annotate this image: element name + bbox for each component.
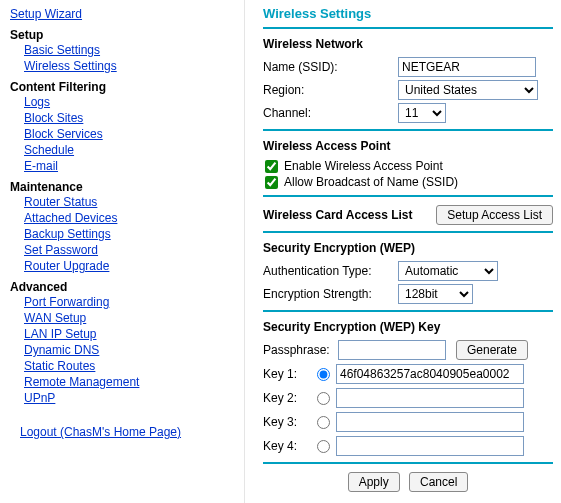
nav-head-advanced: Advanced	[10, 280, 234, 294]
nav-setup-wizard[interactable]: Setup Wizard	[10, 7, 82, 21]
auth-type-label: Authentication Type:	[263, 264, 398, 278]
nav-head-content-filtering: Content Filtering	[10, 80, 234, 94]
nav-upnp[interactable]: UPnP	[24, 391, 55, 405]
nav-attached-devices[interactable]: Attached Devices	[24, 211, 117, 225]
key1-radio[interactable]	[317, 368, 330, 381]
nav-email[interactable]: E-mail	[24, 159, 58, 173]
setup-access-list-button[interactable]: Setup Access List	[436, 205, 553, 225]
key1-label: Key 1:	[263, 367, 315, 381]
nav-static-routes[interactable]: Static Routes	[24, 359, 95, 373]
enc-strength-select[interactable]: 128bit	[398, 284, 473, 304]
enable-ap-label: Enable Wireless Access Point	[284, 159, 443, 173]
nav-lan-ip-setup[interactable]: LAN IP Setup	[24, 327, 97, 341]
sidebar: Setup Wizard Setup Basic Settings Wirele…	[0, 0, 245, 503]
divider	[263, 195, 553, 197]
section-wireless-ap: Wireless Access Point	[263, 139, 553, 153]
key3-input[interactable]	[336, 412, 524, 432]
nav-set-password[interactable]: Set Password	[24, 243, 98, 257]
nav-router-upgrade[interactable]: Router Upgrade	[24, 259, 109, 273]
nav-logout[interactable]: Logout (ChasM's Home Page)	[20, 425, 181, 439]
allow-broadcast-checkbox[interactable]	[265, 176, 278, 189]
nav-block-sites[interactable]: Block Sites	[24, 111, 83, 125]
divider	[263, 310, 553, 312]
key2-label: Key 2:	[263, 391, 315, 405]
section-wep: Security Encryption (WEP)	[263, 241, 553, 255]
section-wep-key: Security Encryption (WEP) Key	[263, 320, 553, 334]
passphrase-label: Passphrase:	[263, 343, 338, 357]
nav-remote-management[interactable]: Remote Management	[24, 375, 139, 389]
key2-radio[interactable]	[317, 392, 330, 405]
key1-input[interactable]	[336, 364, 524, 384]
section-access-list: Wireless Card Access List	[263, 208, 413, 222]
nav-wireless-settings[interactable]: Wireless Settings	[24, 59, 117, 73]
page-title: Wireless Settings	[263, 6, 553, 21]
nav-backup-settings[interactable]: Backup Settings	[24, 227, 111, 241]
region-label: Region:	[263, 83, 398, 97]
nav-port-forwarding[interactable]: Port Forwarding	[24, 295, 109, 309]
nav-router-status[interactable]: Router Status	[24, 195, 97, 209]
nav-basic-settings[interactable]: Basic Settings	[24, 43, 100, 57]
nav-head-setup: Setup	[10, 28, 234, 42]
main-content: Wireless Settings Wireless Network Name …	[245, 0, 561, 503]
nav-head-maintenance: Maintenance	[10, 180, 234, 194]
key2-input[interactable]	[336, 388, 524, 408]
enc-strength-label: Encryption Strength:	[263, 287, 398, 301]
divider	[263, 231, 553, 233]
ssid-label: Name (SSID):	[263, 60, 398, 74]
channel-select[interactable]: 11	[398, 103, 446, 123]
key3-radio[interactable]	[317, 416, 330, 429]
ssid-input[interactable]	[398, 57, 536, 77]
nav-dynamic-dns[interactable]: Dynamic DNS	[24, 343, 99, 357]
key4-radio[interactable]	[317, 440, 330, 453]
generate-button[interactable]: Generate	[456, 340, 528, 360]
enable-ap-checkbox[interactable]	[265, 160, 278, 173]
auth-type-select[interactable]: Automatic	[398, 261, 498, 281]
cancel-button[interactable]: Cancel	[409, 472, 468, 492]
apply-button[interactable]: Apply	[348, 472, 400, 492]
divider	[263, 462, 553, 464]
key4-label: Key 4:	[263, 439, 315, 453]
divider	[263, 27, 553, 29]
nav-logs[interactable]: Logs	[24, 95, 50, 109]
key4-input[interactable]	[336, 436, 524, 456]
nav-block-services[interactable]: Block Services	[24, 127, 103, 141]
nav-schedule[interactable]: Schedule	[24, 143, 74, 157]
section-wireless-network: Wireless Network	[263, 37, 553, 51]
divider	[263, 129, 553, 131]
passphrase-input[interactable]	[338, 340, 446, 360]
key3-label: Key 3:	[263, 415, 315, 429]
nav-wan-setup[interactable]: WAN Setup	[24, 311, 86, 325]
allow-broadcast-label: Allow Broadcast of Name (SSID)	[284, 175, 458, 189]
channel-label: Channel:	[263, 106, 398, 120]
region-select[interactable]: United States	[398, 80, 538, 100]
